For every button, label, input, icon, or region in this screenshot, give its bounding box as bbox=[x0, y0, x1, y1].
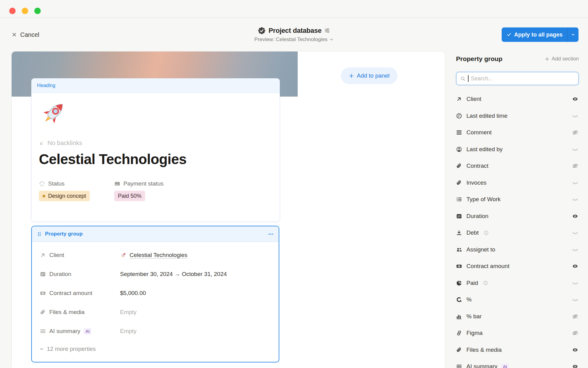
cancel-button[interactable]: Cancel bbox=[12, 31, 39, 38]
sidebar-item-label: % bbox=[466, 296, 472, 303]
eye-closed-icon-visibility-toggle[interactable] bbox=[572, 247, 578, 253]
preview-selector[interactable]: Preview: Celestial Technologies bbox=[254, 36, 334, 43]
bar-chart-icon bbox=[456, 313, 462, 320]
property-value[interactable]: Celestial Technologies bbox=[120, 252, 187, 259]
payment-status-pill[interactable]: Paid 50% bbox=[114, 191, 145, 201]
property-group-header[interactable]: Property group bbox=[32, 226, 279, 242]
property-row[interactable]: AI summaryAIEmpty bbox=[32, 322, 279, 341]
property-value[interactable]: September 30, 2024 → October 31, 2024 bbox=[120, 271, 227, 278]
eye-icon-visibility-toggle[interactable] bbox=[572, 363, 578, 368]
eye-icon-visibility-toggle[interactable] bbox=[572, 96, 578, 102]
close-icon bbox=[12, 32, 17, 37]
eye-closed-icon-visibility-toggle[interactable] bbox=[572, 180, 578, 186]
traffic-light-close[interactable] bbox=[9, 8, 16, 14]
eye-closed-icon-visibility-toggle[interactable] bbox=[572, 280, 578, 286]
status-pill[interactable]: Design concept bbox=[39, 191, 90, 201]
sidebar-property-item[interactable]: Contract amount bbox=[456, 258, 579, 275]
eye-slash-icon-visibility-toggle[interactable] bbox=[572, 313, 578, 320]
property-value[interactable]: $5,000.00 bbox=[120, 290, 146, 297]
client-link[interactable]: Celestial Technologies bbox=[130, 252, 187, 259]
sidebar-property-item[interactable]: Last edited time bbox=[456, 108, 579, 125]
cancel-label: Cancel bbox=[20, 31, 39, 38]
sidebar-property-item[interactable]: Files & media bbox=[456, 342, 579, 358]
heading-section-header[interactable]: Heading bbox=[32, 79, 280, 93]
backlink-arrow-icon bbox=[39, 140, 44, 146]
eye-slash-icon-visibility-toggle[interactable] bbox=[572, 129, 578, 136]
sidebar-property-item[interactable]: Duration bbox=[456, 208, 579, 225]
sidebar-property-item[interactable]: Last edited by bbox=[456, 141, 579, 158]
sidebar-item-label: % bar bbox=[466, 313, 482, 320]
arrow-up-right-icon bbox=[456, 96, 462, 102]
sidebar-property-item[interactable]: Invoces bbox=[456, 174, 579, 191]
search-input[interactable]: Search... bbox=[456, 72, 579, 85]
heading-section[interactable]: Heading No backlinks Celestial Technolog… bbox=[31, 78, 280, 222]
chevron-down-icon bbox=[329, 37, 334, 42]
sidebar-property-item[interactable]: % bbox=[456, 291, 579, 308]
calendar-icon bbox=[456, 213, 462, 219]
link-icon bbox=[456, 330, 462, 336]
page-title-preview[interactable]: Celestial Technologies bbox=[39, 151, 272, 167]
sidebar-property-item[interactable]: % bar bbox=[456, 308, 579, 325]
sidebar-item-label: Paid bbox=[466, 280, 478, 286]
add-to-panel-button[interactable]: Add to panel bbox=[341, 67, 398, 84]
more-properties-toggle[interactable]: 12 more properties bbox=[32, 341, 279, 357]
property-row[interactable]: Files & mediaEmpty bbox=[32, 303, 279, 322]
window-titlebar bbox=[0, 0, 588, 18]
sidebar-item-label: Last edited by bbox=[466, 146, 503, 153]
page-preview-panel: Add to panel Heading No backlinks Celest… bbox=[12, 52, 445, 368]
apply-dropdown-button[interactable] bbox=[567, 27, 579, 42]
sidebar-property-item[interactable]: Client bbox=[456, 91, 579, 108]
info-icon[interactable] bbox=[483, 280, 488, 286]
ai-badge: AI bbox=[84, 328, 91, 335]
sidebar-property-item[interactable]: Comment bbox=[456, 124, 579, 141]
download-icon bbox=[456, 230, 462, 236]
traffic-light-minimize[interactable] bbox=[22, 8, 28, 14]
property-label: AI summary bbox=[49, 328, 80, 335]
apply-to-all-pages-button[interactable]: Apply to all pages bbox=[502, 27, 567, 42]
sidebar-property-item[interactable]: Paid bbox=[456, 275, 579, 292]
sidebar-property-item[interactable]: Contract bbox=[456, 158, 579, 174]
sidebar-property-item[interactable]: Figma bbox=[456, 325, 579, 342]
eye-closed-icon-visibility-toggle[interactable] bbox=[572, 230, 578, 236]
plus-icon bbox=[349, 73, 354, 79]
property-row[interactable]: DurationSeptember 30, 2024 → October 31,… bbox=[32, 265, 279, 284]
add-section-label: Add section bbox=[552, 56, 579, 62]
chevron-down-icon bbox=[39, 347, 44, 351]
sidebar-property-item[interactable]: Assignet to bbox=[456, 241, 579, 258]
eye-slash-icon-visibility-toggle[interactable] bbox=[572, 330, 578, 336]
eye-closed-icon-visibility-toggle[interactable] bbox=[572, 113, 578, 119]
backlinks-label: No backlinks bbox=[47, 140, 82, 147]
eye-icon-visibility-toggle[interactable] bbox=[572, 213, 578, 219]
payment-status-property: Payment status Paid 50% bbox=[114, 180, 164, 201]
property-row[interactable]: Contract amount$5,000.00 bbox=[32, 284, 279, 303]
preview-label: Preview: Celestial Technologies bbox=[254, 36, 328, 43]
eye-closed-icon-visibility-toggle[interactable] bbox=[572, 146, 578, 152]
more-options-button[interactable] bbox=[268, 231, 274, 237]
eye-closed-icon-visibility-toggle[interactable] bbox=[572, 196, 578, 202]
sidebar-property-item[interactable]: Debt bbox=[456, 224, 579, 241]
verified-badge-icon bbox=[258, 27, 266, 35]
page-icon-rocket-emoji[interactable] bbox=[39, 98, 68, 128]
add-section-button[interactable]: Add section bbox=[545, 56, 579, 62]
property-group-section[interactable]: Property group ClientCelestial Technolog… bbox=[31, 226, 279, 362]
text-lines-icon bbox=[456, 363, 462, 368]
backlinks-indicator[interactable]: No backlinks bbox=[39, 140, 272, 147]
eye-icon-visibility-toggle[interactable] bbox=[572, 347, 578, 353]
drag-handle-icon[interactable] bbox=[37, 232, 42, 237]
chevron-down-icon bbox=[571, 32, 575, 37]
eye-icon-visibility-toggle[interactable] bbox=[572, 263, 578, 269]
property-row[interactable]: ClientCelestial Technologies bbox=[32, 246, 279, 265]
ai-badge: AI bbox=[501, 363, 509, 368]
traffic-light-maximize[interactable] bbox=[34, 8, 41, 14]
page-title: Project database bbox=[269, 27, 322, 35]
layout-settings-icon[interactable] bbox=[324, 28, 330, 33]
sidebar-item-label: Invoces bbox=[466, 179, 486, 186]
sidebar-property-item[interactable]: AI summaryAI bbox=[456, 358, 579, 368]
info-icon[interactable] bbox=[484, 230, 489, 236]
eye-slash-icon-visibility-toggle[interactable] bbox=[572, 163, 578, 169]
text-cursor bbox=[468, 75, 469, 82]
sidebar-property-item[interactable]: Type of Work bbox=[456, 191, 579, 208]
property-value[interactable]: Empty bbox=[120, 328, 137, 335]
eye-closed-icon-visibility-toggle[interactable] bbox=[572, 297, 578, 303]
property-value[interactable]: Empty bbox=[120, 309, 137, 316]
